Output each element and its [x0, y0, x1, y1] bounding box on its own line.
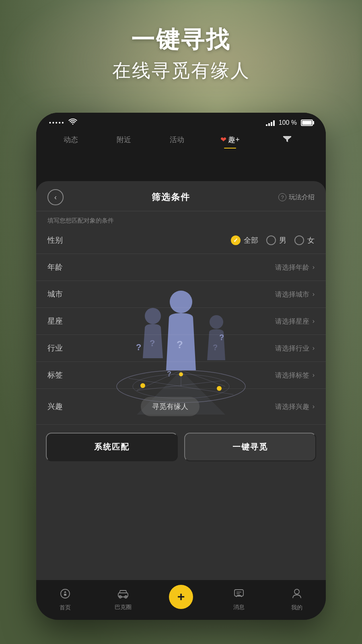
nav-plus-center: + — [152, 585, 210, 615]
interest-tag[interactable]: 寻觅有缘人 — [141, 397, 200, 416]
tags-label: 标签 — [47, 370, 72, 380]
city-select[interactable]: 请选择城市 › — [275, 290, 315, 299]
gender-options: ✓ 全部 男 女 — [231, 235, 315, 245]
filter-industry[interactable]: 行业 请选择行业 › — [36, 335, 326, 362]
age-select[interactable]: 请选择年龄 › — [275, 263, 315, 272]
status-right: 100 % — [266, 119, 313, 126]
phone-frame: ••••• 100 % 动态 — [36, 113, 326, 620]
help-button[interactable]: ? 玩法介绍 — [278, 193, 315, 202]
tab-dongtai[interactable]: 动态 — [44, 132, 97, 147]
chevron-right-icon: › — [313, 403, 315, 410]
hero-subtitle: 在线寻觅有缘人 — [0, 58, 362, 83]
chevron-right-icon: › — [313, 291, 315, 298]
constellation-label: 星座 — [47, 316, 72, 326]
wifi-icon — [68, 118, 77, 127]
top-navigation: 动态 附近 活动 ❤ 趣+ — [36, 129, 326, 152]
nav-messages[interactable]: 消息 — [210, 589, 268, 611]
filter-gender: 性别 ✓ 全部 男 女 — [36, 227, 326, 254]
filter-panel: ‹ 筛选条件 ? 玩法介绍 填写您想匹配对象的条件 — [36, 181, 326, 620]
interest-label: 兴趣 — [47, 401, 72, 412]
filter-age[interactable]: 年龄 请选择年龄 › — [36, 254, 326, 281]
industry-select[interactable]: 请选择行业 › — [275, 344, 315, 353]
home-icon — [60, 588, 70, 602]
filter-icon-button[interactable] — [257, 133, 318, 147]
radio-female-icon — [294, 235, 304, 245]
radio-male-icon — [266, 235, 276, 245]
tab-fujin[interactable]: 附近 — [97, 132, 150, 147]
filter-tags[interactable]: 标签 请选择标签 › — [36, 362, 326, 389]
chevron-right-icon: › — [313, 372, 315, 379]
svg-rect-22 — [118, 593, 128, 597]
industry-label: 行业 — [47, 343, 72, 353]
action-buttons: 系统匹配 一键寻觅 — [36, 425, 326, 471]
battery-icon — [301, 120, 313, 126]
svg-rect-21 — [64, 594, 66, 596]
svg-marker-20 — [64, 591, 66, 593]
system-match-button[interactable]: 系统匹配 — [46, 433, 178, 461]
chevron-right-icon: › — [313, 318, 315, 325]
battery-percent: 100 % — [279, 119, 297, 126]
car-icon — [117, 589, 129, 601]
nav-profile[interactable]: 我的 — [268, 588, 326, 611]
help-circle-icon: ? — [278, 193, 286, 201]
back-button[interactable]: ‹ — [47, 189, 64, 205]
hint-text: 填写您想匹配对象的条件 — [36, 211, 326, 227]
panel-header: ‹ 筛选条件 ? 玩法介绍 — [36, 181, 326, 211]
nav-home[interactable]: 首页 — [36, 588, 94, 611]
panel-title: 筛选条件 — [152, 191, 190, 203]
filter-city[interactable]: 城市 请选择城市 › — [36, 281, 326, 308]
hero-title: 一键寻找 — [0, 24, 362, 54]
bottom-navigation: 首页 巴克圈 + — [36, 580, 326, 620]
gender-male[interactable]: 男 — [266, 235, 286, 245]
tab-huodong[interactable]: 活动 — [150, 132, 204, 147]
filter-interest[interactable]: 兴趣 寻觅有缘人 请选择兴趣 › — [36, 389, 326, 425]
hero-section: 一键寻找 在线寻觅有缘人 — [0, 24, 362, 83]
tags-select[interactable]: 请选择标签 › — [275, 371, 315, 380]
message-icon — [234, 589, 244, 601]
plus-button[interactable]: + — [169, 585, 193, 609]
gender-label: 性别 — [47, 235, 72, 246]
chevron-right-icon: › — [313, 345, 315, 352]
one-click-search-button[interactable]: 一键寻觅 — [184, 433, 316, 461]
heart-icon: ❤ — [220, 135, 226, 144]
age-label: 年龄 — [47, 262, 72, 272]
svg-point-28 — [294, 589, 299, 594]
radio-all-icon: ✓ — [231, 235, 241, 245]
cellular-icon — [266, 120, 275, 126]
gender-female[interactable]: 女 — [294, 235, 315, 245]
constellation-select[interactable]: 请选择星座 › — [275, 317, 315, 326]
status-left: ••••• — [49, 118, 77, 127]
filter-constellation[interactable]: 星座 请选择星座 › — [36, 308, 326, 335]
person-icon — [292, 588, 302, 602]
gender-all[interactable]: ✓ 全部 — [231, 235, 258, 245]
tab-qu-plus[interactable]: ❤ 趣+ — [204, 132, 257, 147]
chevron-right-icon: › — [313, 264, 315, 271]
city-label: 城市 — [47, 289, 72, 299]
nav-bakequan[interactable]: 巴克圈 — [94, 589, 152, 611]
signal-dots: ••••• — [49, 120, 65, 126]
interest-select[interactable]: 请选择兴趣 › — [275, 402, 315, 411]
status-bar: ••••• 100 % — [36, 113, 326, 129]
